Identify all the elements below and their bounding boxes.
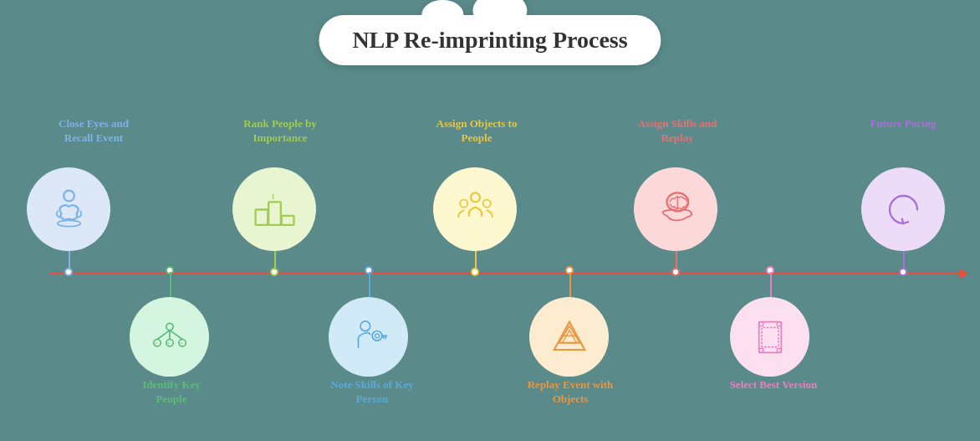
step4-circle bbox=[329, 297, 408, 377]
page-title: NLP Re-imprinting Process bbox=[319, 15, 661, 65]
step3-dot bbox=[270, 268, 278, 276]
svg-line-6 bbox=[157, 330, 170, 339]
svg-point-18 bbox=[375, 333, 379, 337]
step5-dot bbox=[471, 268, 479, 276]
step9-label: Future Pacing bbox=[845, 117, 962, 138]
svg-text:?: ? bbox=[179, 341, 181, 346]
step4-connector bbox=[369, 272, 370, 297]
svg-line-7 bbox=[170, 330, 182, 339]
svg-rect-13 bbox=[268, 202, 281, 225]
step2-label: Identify KeyPeople bbox=[125, 378, 217, 413]
step7-dot bbox=[671, 268, 680, 276]
svg-point-24 bbox=[482, 199, 490, 207]
step9-dot bbox=[899, 268, 907, 276]
step2-circle: ? ? ? bbox=[130, 297, 209, 377]
step5-circle bbox=[433, 167, 517, 251]
step1-label: Close Eyes andRecall Event bbox=[27, 117, 161, 152]
svg-point-22 bbox=[471, 192, 480, 202]
svg-point-23 bbox=[460, 199, 467, 207]
timeline-arrow bbox=[960, 269, 968, 279]
svg-text:1: 1 bbox=[271, 192, 274, 200]
svg-text:?: ? bbox=[166, 341, 169, 346]
svg-point-17 bbox=[372, 331, 382, 341]
step8-connector bbox=[770, 272, 772, 297]
step1-dot bbox=[64, 268, 73, 276]
step7-label: Assign Skills andReplay bbox=[610, 117, 744, 152]
step1-circle bbox=[27, 167, 110, 251]
step3-circle: 1 bbox=[232, 167, 316, 251]
svg-point-1 bbox=[57, 220, 80, 226]
step9-circle bbox=[861, 167, 945, 251]
svg-rect-14 bbox=[281, 215, 293, 224]
svg-text:?: ? bbox=[154, 341, 156, 346]
svg-rect-33 bbox=[762, 327, 778, 346]
step5-label: Assign Objects toPeople bbox=[410, 117, 544, 152]
step6-label: Replay Event withObjects bbox=[520, 378, 620, 413]
step4-label: Note Skills of KeyPerson bbox=[322, 378, 422, 413]
step8-label: Select Best Version bbox=[723, 378, 824, 399]
step2-connector bbox=[170, 272, 171, 297]
timeline-line bbox=[50, 272, 963, 274]
svg-rect-12 bbox=[255, 209, 268, 224]
step3-label: Rank People byImportance bbox=[213, 117, 347, 152]
step8-circle bbox=[730, 297, 809, 377]
step6-connector bbox=[569, 272, 571, 297]
step7-circle bbox=[634, 167, 717, 251]
svg-point-16 bbox=[360, 320, 370, 331]
svg-point-2 bbox=[166, 323, 172, 330]
svg-point-0 bbox=[64, 190, 74, 201]
step6-circle bbox=[529, 297, 609, 377]
